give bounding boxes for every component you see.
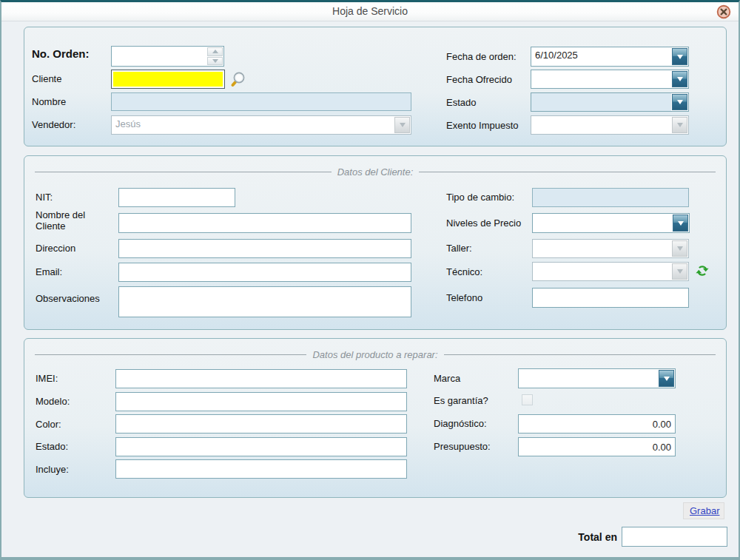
tecnico-label: Técnico: (446, 266, 482, 277)
niveles-dropdown-button[interactable] (673, 215, 688, 232)
color-label: Color: (36, 419, 61, 430)
order-panel: No. Orden: Cliente Nombre Vendedor: Jesú… (24, 27, 727, 146)
chevron-up-icon (212, 50, 218, 53)
fecha-orden-combo[interactable]: 6/10/2025 (531, 47, 689, 67)
nombre-label: Nombre (32, 96, 66, 107)
product-data-panel: Datos del producto a reparar: IMEI: Mode… (24, 338, 727, 498)
dropdown-arrow-icon (677, 269, 683, 274)
client-search-button[interactable] (229, 70, 247, 88)
legend-rule-right (444, 354, 716, 355)
imei-input[interactable] (115, 369, 407, 388)
diagnostico-label: Diagnóstico: (434, 418, 487, 429)
vendedor-label: Vendedor: (32, 119, 75, 130)
service-sheet-window: Hoja de Servicio No. Orden: Cliente (0, 0, 740, 560)
dropdown-arrow-icon (677, 123, 683, 127)
marca-combo[interactable] (518, 368, 676, 388)
nit-input[interactable] (118, 188, 235, 207)
close-icon (716, 4, 731, 19)
legend-rule-left (35, 172, 332, 172)
vendedor-combo[interactable]: Jesús (111, 115, 411, 135)
total-en-label: Total en (549, 531, 617, 543)
vendedor-dropdown-button[interactable] (394, 117, 410, 133)
observaciones-label: Observaciones (36, 293, 100, 304)
modelo-label: Modelo: (36, 396, 70, 407)
spin-down-button[interactable] (207, 57, 223, 66)
fecha-orden-dropdown-button[interactable] (672, 48, 687, 65)
client-data-legend: Datos del Cliente: (35, 166, 716, 178)
telefono-label: Telefono (446, 292, 482, 303)
fecha-ofrecido-value (531, 70, 671, 88)
tecnico-value (533, 263, 671, 280)
tipo-cambio-label: Tipo de cambio: (446, 192, 514, 203)
nombre-input (111, 92, 411, 111)
nombre-cliente-label: Nombre del Cliente (36, 209, 106, 232)
marca-dropdown-button[interactable] (659, 370, 674, 387)
dropdown-arrow-icon (664, 377, 670, 381)
direccion-label: Direccion (36, 243, 75, 254)
exento-impuesto-label: Exento Impuesto (446, 120, 519, 131)
legend-rule-right (419, 172, 716, 172)
dropdown-arrow-icon (677, 100, 683, 104)
no-orden-label: No. Orden: (32, 47, 90, 60)
niveles-precio-combo[interactable] (532, 213, 690, 233)
marca-label: Marca (434, 373, 460, 384)
taller-dropdown-button (672, 240, 687, 257)
exento-impuesto-value (531, 116, 671, 134)
fecha-orden-label: Fecha de orden: (446, 51, 517, 62)
total-en-input[interactable] (622, 527, 727, 547)
fecha-ofrecido-combo[interactable] (531, 70, 689, 89)
imei-label: IMEI: (36, 373, 58, 384)
estado-value (531, 93, 671, 111)
nombre-cliente-input[interactable] (118, 213, 411, 233)
tecnico-dropdown-button (672, 263, 687, 280)
incluye-label: Incluye: (36, 464, 69, 475)
modelo-input[interactable] (115, 392, 407, 411)
email-input[interactable] (118, 263, 411, 282)
presupuesto-input[interactable] (518, 437, 676, 456)
taller-value (533, 240, 671, 257)
refresh-technicians-button[interactable] (695, 263, 710, 278)
refresh-icon (695, 263, 710, 278)
client-data-legend-text: Datos del Cliente: (332, 166, 420, 178)
legend-rule-left (35, 354, 306, 355)
chevron-down-icon (212, 59, 218, 63)
vendedor-value: Jesús (112, 116, 394, 134)
dropdown-arrow-icon (677, 55, 683, 59)
diagnostico-input[interactable] (518, 414, 676, 434)
garantia-label: Es garantía? (434, 395, 488, 406)
estado-combo[interactable] (531, 92, 689, 112)
marca-value (519, 369, 658, 388)
fecha-ofrecido-label: Fecha Ofrecido (446, 74, 512, 85)
grabar-button[interactable]: Grabar (683, 502, 724, 519)
niveles-precio-value (533, 214, 672, 232)
cliente-label: Cliente (32, 73, 61, 84)
taller-combo (532, 239, 689, 258)
nit-label: NIT: (36, 192, 53, 203)
estado-dropdown-button[interactable] (672, 94, 687, 110)
garantia-checkbox (522, 394, 533, 405)
estado-label: Estado (446, 97, 476, 108)
exento-impuesto-combo (531, 115, 689, 135)
tecnico-combo (532, 262, 689, 281)
incluye-input[interactable] (115, 459, 407, 479)
spin-up-button[interactable] (207, 47, 223, 56)
cliente-input[interactable] (111, 70, 225, 89)
direccion-input[interactable] (118, 239, 411, 258)
observaciones-textarea[interactable] (118, 286, 411, 317)
email-label: Email: (36, 266, 62, 277)
taller-label: Taller: (446, 243, 472, 254)
close-button[interactable] (716, 4, 731, 19)
fecha-orden-value: 6/10/2025 (531, 47, 671, 66)
telefono-input[interactable] (532, 288, 689, 308)
window-title: Hoja de Servicio (1, 5, 739, 17)
dropdown-arrow-icon (400, 123, 406, 127)
fecha-ofrecido-dropdown-button[interactable] (672, 71, 687, 87)
tipo-cambio-input (532, 188, 689, 207)
exento-dropdown-button (672, 117, 687, 133)
color-input[interactable] (115, 414, 407, 434)
estado-producto-label: Estado: (36, 441, 68, 452)
estado-producto-input[interactable] (115, 437, 407, 456)
title-bar: Hoja de Servicio (1, 2, 739, 21)
order-number-spinner[interactable] (111, 46, 224, 67)
client-data-panel: Datos del Cliente: NIT: Nombre del Clien… (24, 155, 727, 330)
